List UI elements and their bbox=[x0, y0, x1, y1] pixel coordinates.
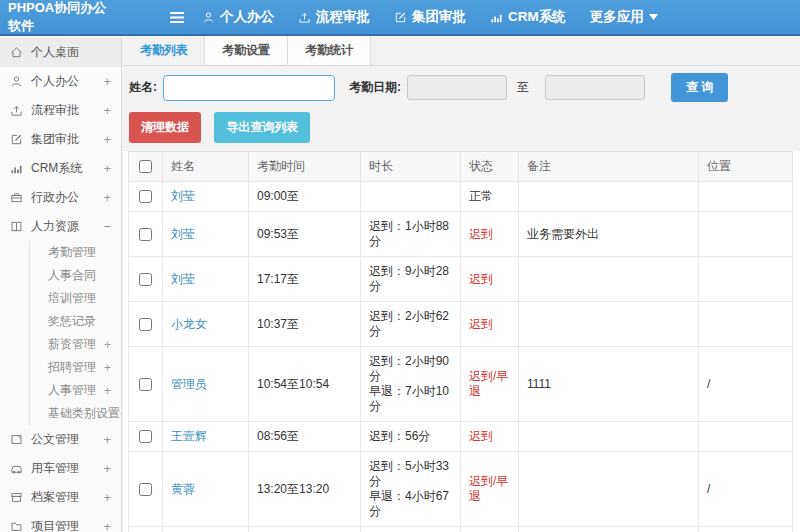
person-icon bbox=[202, 11, 215, 24]
date-to-input[interactable] bbox=[545, 75, 645, 100]
plus-icon[interactable]: + bbox=[103, 132, 111, 147]
plus-icon[interactable]: + bbox=[103, 161, 111, 176]
export-list-button[interactable]: 导出查询列表 bbox=[214, 112, 310, 143]
row-checkbox[interactable] bbox=[139, 483, 152, 496]
attendance-time-cell: 10:37至 bbox=[249, 302, 361, 347]
nav-label: 更多应用 bbox=[590, 8, 644, 26]
nav-personal-office[interactable]: 个人办公 bbox=[190, 0, 286, 34]
plus-icon[interactable]: + bbox=[103, 519, 111, 532]
plus-icon[interactable]: + bbox=[104, 361, 111, 375]
plus-icon[interactable]: + bbox=[104, 384, 111, 398]
sidebar-item[interactable]: 集团审批+ bbox=[0, 125, 121, 154]
tab-bar: 考勤列表 考勤设置 考勤统计 bbox=[123, 36, 800, 66]
sidebar-subitem[interactable]: 培训管理 bbox=[30, 287, 121, 310]
status-badge: 迟到 bbox=[469, 429, 493, 443]
location-cell bbox=[699, 302, 793, 347]
plus-icon[interactable]: + bbox=[103, 432, 111, 447]
sidebar-subitem[interactable]: 薪资管理+ bbox=[30, 333, 121, 356]
tab-attendance-settings[interactable]: 考勤设置 bbox=[204, 36, 288, 65]
sidebar-subitem[interactable]: 招聘管理+ bbox=[30, 356, 121, 379]
employee-name-link[interactable]: 王壹辉 bbox=[171, 429, 207, 443]
sidebar-subitem[interactable]: 考勤管理 bbox=[30, 241, 121, 264]
tab-attendance-statistics[interactable]: 考勤统计 bbox=[287, 36, 371, 65]
row-checkbox[interactable] bbox=[139, 228, 152, 241]
name-cell: 王壹辉 bbox=[163, 422, 249, 452]
row-checkbox-cell bbox=[129, 347, 163, 422]
sidebar-item[interactable]: 行政办公+ bbox=[0, 183, 121, 212]
hamburger-menu-icon[interactable] bbox=[164, 11, 190, 24]
main-content: 考勤列表 考勤设置 考勤统计 姓名: 考勤日期: 至 查 询 清理数据 导出查询… bbox=[123, 36, 800, 530]
sidebar-item-label: 个人桌面 bbox=[31, 44, 111, 61]
plus-icon[interactable]: + bbox=[103, 74, 111, 89]
plus-icon[interactable]: + bbox=[103, 490, 111, 505]
sidebar-subitem-label: 培训管理 bbox=[48, 290, 96, 307]
employee-name-link[interactable]: 刘莹 bbox=[171, 189, 195, 203]
nav-label: 流程审批 bbox=[316, 8, 370, 26]
sidebar-item-label: 流程审批 bbox=[31, 102, 95, 119]
chart-icon bbox=[490, 11, 503, 24]
minus-icon[interactable]: − bbox=[103, 219, 111, 234]
location-cell bbox=[699, 422, 793, 452]
sidebar-subitem-label: 考勤管理 bbox=[48, 244, 96, 261]
sidebar-item[interactable]: 个人办公+ bbox=[0, 67, 121, 96]
duration-line: 早退：4小时67分 bbox=[369, 489, 452, 519]
location-cell: / bbox=[699, 347, 793, 422]
archive-icon bbox=[10, 491, 23, 504]
row-checkbox[interactable] bbox=[139, 318, 152, 331]
plus-icon[interactable]: + bbox=[103, 190, 111, 205]
status-badge: 迟到 bbox=[469, 227, 493, 241]
employee-name-link[interactable]: 刘莹 bbox=[171, 272, 195, 286]
sidebar-subitem[interactable]: 奖惩记录 bbox=[30, 310, 121, 333]
nav-label: 集团审批 bbox=[412, 8, 466, 26]
date-from-input[interactable] bbox=[407, 75, 507, 100]
clear-data-button[interactable]: 清理数据 bbox=[129, 112, 201, 143]
nav-group-approval[interactable]: 集团审批 bbox=[382, 0, 478, 34]
sidebar-item[interactable]: 档案管理+ bbox=[0, 483, 121, 512]
duration-line: 迟到：1小时88分 bbox=[369, 219, 452, 249]
sidebar-submenu: 考勤管理人事合同培训管理奖惩记录薪资管理+招聘管理+人事管理+基础类别设置+ bbox=[29, 241, 121, 425]
sidebar-item-label: CRM系统 bbox=[31, 160, 95, 177]
name-cell: 王壹辉 bbox=[163, 527, 249, 532]
tab-attendance-list[interactable]: 考勤列表 bbox=[123, 36, 205, 65]
sidebar-subitem[interactable]: 人事管理+ bbox=[30, 379, 121, 402]
plus-icon[interactable]: + bbox=[103, 461, 111, 476]
employee-name-link[interactable]: 刘莹 bbox=[171, 227, 195, 241]
row-checkbox[interactable] bbox=[139, 273, 152, 286]
row-checkbox[interactable] bbox=[139, 190, 152, 203]
row-checkbox-cell bbox=[129, 452, 163, 527]
sidebar-item[interactable]: 公文管理+ bbox=[0, 425, 121, 454]
row-checkbox[interactable] bbox=[139, 430, 152, 443]
nav-crm-system[interactable]: CRM系统 bbox=[478, 0, 578, 34]
sidebar-subitem-label: 招聘管理 bbox=[48, 359, 96, 376]
duration-line: 迟到：9小时28分 bbox=[369, 264, 452, 294]
row-checkbox[interactable] bbox=[139, 378, 152, 391]
table-row: 王壹辉08:56至迟到：56分迟到 bbox=[129, 422, 793, 452]
nav-workflow-approval[interactable]: 流程审批 bbox=[286, 0, 382, 34]
plus-icon[interactable]: + bbox=[103, 103, 111, 118]
sidebar-item[interactable]: 个人桌面 bbox=[0, 38, 121, 67]
duration-cell: 迟到：9小时28分 bbox=[361, 257, 461, 302]
employee-name-link[interactable]: 小龙女 bbox=[171, 317, 207, 331]
remark-cell bbox=[519, 302, 699, 347]
sidebar-item[interactable]: 流程审批+ bbox=[0, 96, 121, 125]
location-cell bbox=[699, 527, 793, 532]
employee-name-link[interactable]: 黄蓉 bbox=[171, 482, 195, 496]
search-button[interactable]: 查 询 bbox=[671, 73, 728, 102]
sidebar-subitem-label: 人事管理 bbox=[48, 382, 96, 399]
sidebar-subitem[interactable]: 基础类别设置+ bbox=[30, 402, 121, 425]
duration-line: 迟到：5小时33分 bbox=[369, 459, 452, 489]
sidebar-item[interactable]: 人力资源− bbox=[0, 212, 121, 241]
name-cell: 管理员 bbox=[163, 347, 249, 422]
nav-more-apps[interactable]: 更多应用 bbox=[578, 0, 670, 34]
car-icon bbox=[10, 462, 23, 475]
plus-icon[interactable]: + bbox=[104, 338, 111, 352]
sidebar-subitem[interactable]: 人事合同 bbox=[30, 264, 121, 287]
sidebar-item[interactable]: 用车管理+ bbox=[0, 454, 121, 483]
name-filter-input[interactable] bbox=[163, 75, 335, 101]
plus-icon[interactable]: + bbox=[120, 407, 122, 421]
employee-name-link[interactable]: 管理员 bbox=[171, 377, 207, 391]
sidebar-subitem-label: 基础类别设置 bbox=[48, 405, 120, 422]
sidebar-item[interactable]: CRM系统+ bbox=[0, 154, 121, 183]
sidebar-item[interactable]: 项目管理+ bbox=[0, 512, 121, 532]
select-all-checkbox[interactable] bbox=[139, 160, 152, 173]
